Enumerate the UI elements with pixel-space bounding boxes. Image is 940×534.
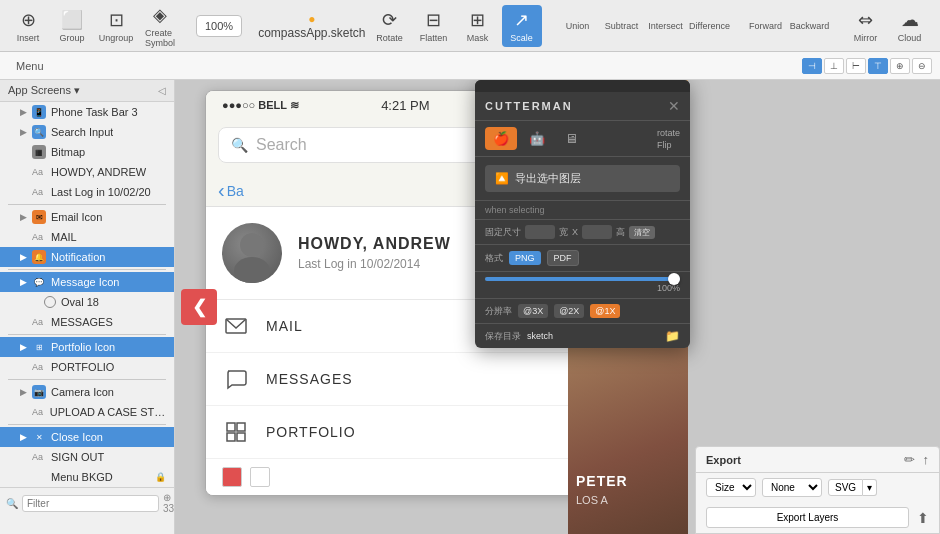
sidebar-item-bitmap[interactable]: ▦ Bitmap (0, 142, 174, 162)
scale-icon: ↗ (514, 9, 529, 31)
sidebar-item-oval-18[interactable]: Oval 18 (0, 292, 174, 312)
messages-icon-svg (224, 367, 248, 391)
align-top-icon[interactable]: ⊤ (868, 58, 888, 74)
when-selecting-row: when selecting (475, 201, 690, 220)
panel-close-icon[interactable]: ✕ (668, 98, 680, 114)
format-value-button[interactable]: SVG (828, 479, 863, 496)
nav-left-button[interactable]: ❮ (181, 289, 217, 325)
sidebar-item-close-icon[interactable]: ▶ ✕ Close Icon (0, 427, 174, 447)
scale-3x-button[interactable]: @3X (518, 304, 548, 318)
x-separator: X (572, 227, 578, 237)
sidebar-item-email-icon[interactable]: ▶ ✉ Email Icon (0, 207, 174, 227)
union-button[interactable]: Union (558, 17, 598, 35)
sidebar-item-mail-text[interactable]: Aa MAIL (0, 227, 174, 247)
message-icon-thumb: 💬 (32, 275, 46, 289)
canvas-area[interactable]: ●●●○○ BELL ≋ 4:21 PM 100% 🔍 Search ‹ Ba (175, 80, 940, 534)
tab-apple[interactable]: 🍎 (485, 127, 517, 150)
format-dropdown-arrow[interactable]: ▾ (863, 479, 877, 496)
sidebar-item-portfolio-icon[interactable]: ▶ ⊞ Portfolio Icon (0, 337, 174, 357)
export-panel-title: Export (706, 454, 741, 466)
sidebar-item-search-input[interactable]: ▶ 🔍 Search Input (0, 122, 174, 142)
align-center-h-icon[interactable]: ⊕ (890, 58, 910, 74)
create-symbol-icon: ◈ (153, 4, 167, 26)
sidebar-item-menu-bkgd[interactable]: Menu BKGD 🔒 (0, 467, 174, 487)
sidebar-collapse-icon[interactable]: ◁ (158, 85, 166, 96)
add-icon[interactable]: ⊕ (163, 492, 171, 503)
backward-button[interactable]: Backward (790, 17, 830, 35)
flatten-label: Flatten (420, 33, 448, 43)
suffix-select[interactable]: None (762, 478, 822, 497)
rotate-button[interactable]: ⟳ Rotate (370, 5, 410, 47)
zoom-control[interactable]: 100% (196, 15, 242, 37)
item-count: ⊕ 33 (163, 492, 174, 514)
create-symbol-button[interactable]: ◈ Create Symbol (140, 0, 180, 52)
format-pdf-button[interactable]: PDF (547, 250, 579, 266)
export-share-icon[interactable]: ⬆ (917, 510, 929, 526)
sidebar-item-howdy[interactable]: Aa HOWDY, ANDREW (0, 162, 174, 182)
align-bottom-icon[interactable]: ⊖ (912, 58, 932, 74)
format-png-button[interactable]: PNG (509, 251, 541, 265)
cutterman-panel-header: Y Height (475, 80, 690, 92)
intersect-button[interactable]: Intersect (646, 17, 686, 35)
mirror-button[interactable]: ⇔ Mirror (846, 5, 886, 47)
size-select[interactable]: Size (706, 478, 756, 497)
sidebar-item-last-log[interactable]: Aa Last Log in 10/02/20 (0, 182, 174, 202)
edit-icon[interactable]: ✏ (904, 452, 915, 467)
sidebar-item-message-icon[interactable]: ▶ 💬 Message Icon (0, 272, 174, 292)
sidebar-item-camera-icon[interactable]: ▶ 📷 Camera Icon (0, 382, 174, 402)
align-left-icon[interactable]: ⊣ (802, 58, 822, 74)
height-input[interactable] (582, 225, 612, 239)
tab-monitor[interactable]: 🖥 (557, 127, 586, 150)
cloud-button[interactable]: ☁ Cloud (890, 5, 930, 47)
export-layers-button[interactable]: Export Layers (706, 507, 909, 528)
mask-button[interactable]: ⊞ Mask (458, 5, 498, 47)
ungroup-button[interactable]: ⊡ Ungroup (96, 5, 136, 47)
align-right-icon[interactable]: ⊢ (846, 58, 866, 74)
messages-label: MESSAGES (51, 316, 113, 328)
main-toolbar: ⊕ Insert ⬜ Group ⊡ Ungroup ◈ Create Symb… (0, 0, 940, 52)
width-input[interactable] (525, 225, 555, 239)
sidebar-item-notification[interactable]: ▶ 🔔 Notification (0, 247, 174, 267)
cutterman-title: CUTTERMAN (485, 100, 573, 112)
forward-button[interactable]: Forward (746, 17, 786, 35)
profile-last-log: Last Log in 10/02/2014 (298, 257, 451, 271)
scale-1x-button[interactable]: @1X (590, 304, 620, 318)
sidebar-item-portfolio-text[interactable]: Aa PORTFOLIO (0, 357, 174, 377)
group-button[interactable]: ⬜ Group (52, 5, 92, 47)
difference-button[interactable]: Difference (690, 17, 730, 35)
menu-item-messages[interactable]: MESSAGES (206, 353, 584, 406)
folder-icon[interactable]: 📁 (665, 329, 680, 343)
sidebar-divider-5 (8, 424, 166, 425)
mail-icon-svg (224, 314, 248, 338)
union-label: Union (566, 21, 590, 31)
oval-label: Oval 18 (61, 296, 99, 308)
menu-item-portfolio[interactable]: PORTFOLIO (206, 406, 584, 459)
arrow-icon: ▶ (20, 127, 32, 137)
export-selected-button[interactable]: 🔼 导出选中图层 (485, 165, 680, 192)
sidebar-item-upload-text[interactable]: Aa UPLOAD A CASE STUDY (0, 402, 174, 422)
slider-thumb[interactable] (668, 273, 680, 285)
email-icon-label: Email Icon (51, 211, 102, 223)
scale-button[interactable]: ↗ Scale (502, 5, 542, 47)
rotate-icon: ⟳ (382, 9, 397, 31)
filter-input[interactable] (22, 495, 159, 512)
swatch-red (222, 467, 242, 487)
sidebar-item-messages-text[interactable]: Aa MESSAGES (0, 312, 174, 332)
sidebar-item-sign-out[interactable]: Aa SIGN OUT (0, 447, 174, 467)
sidebar-title[interactable]: App Screens ▾ (8, 84, 80, 97)
insert-button[interactable]: ⊕ Insert (8, 5, 48, 47)
oval-indicator (44, 296, 56, 308)
share-icon[interactable]: ↑ (923, 452, 930, 467)
tab-android[interactable]: 🤖 (521, 127, 553, 150)
svg-rect-6 (237, 433, 245, 441)
arrow-icon: ▶ (20, 252, 32, 262)
flatten-button[interactable]: ⊟ Flatten (414, 5, 454, 47)
align-center-v-icon[interactable]: ⊥ (824, 58, 844, 74)
apple-icon: 🍎 (493, 131, 509, 146)
portfolio-icon-thumb: ⊞ (32, 340, 46, 354)
email-icon-thumb: ✉ (32, 210, 46, 224)
sidebar-item-phone-task-bar[interactable]: ▶ 📱 Phone Task Bar 3 (0, 102, 174, 122)
subtract-button[interactable]: Subtract (602, 17, 642, 35)
scale-2x-button[interactable]: @2X (554, 304, 584, 318)
clear-button[interactable]: 清空 (629, 226, 655, 239)
